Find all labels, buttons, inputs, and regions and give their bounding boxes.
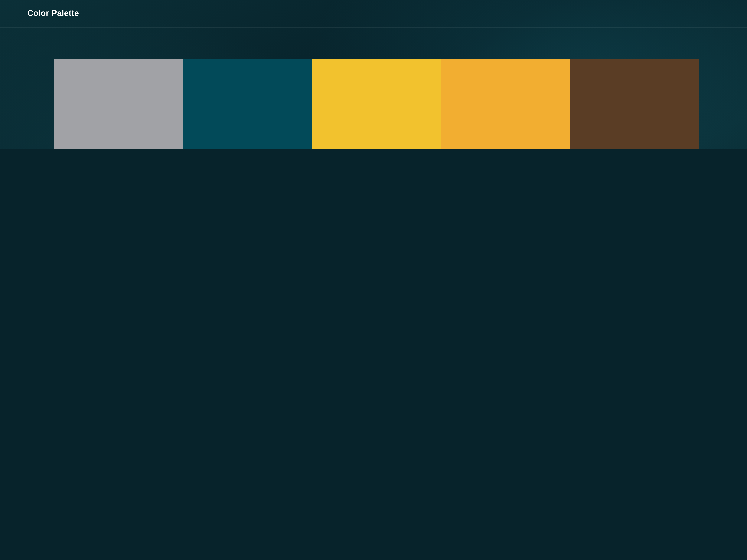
- swatch-quick-silver: Quick Silver #A1A2A6: [54, 59, 183, 149]
- swatch-liver: Liver #5A3D25: [570, 59, 699, 149]
- swatch-midnight-green: Midnight Green #024A59: [183, 59, 312, 149]
- swatch-meat-brown: Meat Brown #F2AE31: [441, 59, 570, 149]
- color-palette-page: Color Palette Quick Silver #A1A2A6 Midni…: [0, 0, 747, 149]
- page-title: Color Palette: [27, 9, 79, 18]
- swatch-strip: Quick Silver #A1A2A6 Midnight Green #024…: [54, 59, 699, 149]
- swatch-saffron: Saffron #F2C22E: [312, 59, 441, 149]
- header-bar: Color Palette: [0, 0, 747, 27]
